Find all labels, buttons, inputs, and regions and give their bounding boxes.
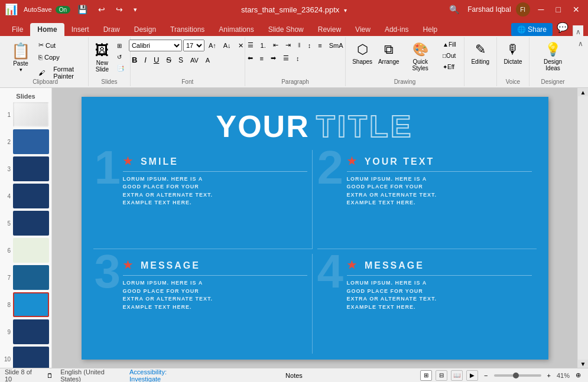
font-color-button[interactable]: A bbox=[203, 55, 213, 66]
slide-thumb-2[interactable]: 2 bbox=[2, 129, 49, 154]
editing-button[interactable]: ✎ Editing bbox=[467, 40, 493, 67]
slide-show-button[interactable]: ▶ bbox=[466, 370, 478, 381]
shadow-button[interactable]: S bbox=[176, 54, 186, 66]
strikethrough-button[interactable]: S bbox=[163, 54, 174, 66]
shape-effects-button[interactable]: ✦Eff bbox=[440, 62, 459, 72]
comments-button[interactable]: 💬 bbox=[553, 19, 573, 36]
align-right-button[interactable]: ➡ bbox=[268, 53, 279, 64]
slide-thumb-4[interactable]: 4 bbox=[2, 184, 49, 208]
paragraph-group-label: Paragraph bbox=[245, 79, 345, 85]
tab-home[interactable]: Home bbox=[30, 23, 64, 36]
arrange-button[interactable]: ⧉ Arrange bbox=[376, 40, 401, 67]
shape-fill-button[interactable]: ▲Fill bbox=[440, 40, 459, 50]
notes-button[interactable]: Notes bbox=[283, 371, 305, 380]
tab-design[interactable]: Design bbox=[127, 23, 163, 36]
align-text-button[interactable]: ≡ bbox=[315, 40, 324, 51]
quick-styles-button[interactable]: 🎨 Quick Styles bbox=[403, 40, 437, 74]
columns-button[interactable]: ⫴ bbox=[295, 40, 304, 51]
tab-draw[interactable]: Draw bbox=[96, 23, 127, 36]
notes-icon-button[interactable]: 🗒 bbox=[44, 371, 56, 380]
minimize-button[interactable]: ─ bbox=[535, 4, 548, 15]
zoom-slider[interactable] bbox=[494, 374, 541, 377]
scroll-down-button[interactable]: ▼ bbox=[578, 360, 588, 368]
clipboard-group-label: Clipboard bbox=[2, 79, 88, 85]
ribbon-collapse-right[interactable]: ∧ bbox=[576, 37, 586, 86]
new-slide-button[interactable]: 🖼 NewSlide bbox=[92, 40, 113, 75]
bullets-button[interactable]: ☰ bbox=[245, 40, 256, 51]
autosave-toggle[interactable]: On bbox=[56, 6, 70, 14]
tab-review[interactable]: Review bbox=[311, 23, 348, 36]
tab-animations[interactable]: Animations bbox=[212, 23, 261, 36]
char-spacing-button[interactable]: AV bbox=[187, 55, 202, 66]
quad-4-body: LORUM IPSUM. HERE IS AGOOD PLACE FOR YOU… bbox=[347, 279, 532, 311]
section-button[interactable]: 📑 bbox=[114, 63, 127, 73]
align-left-button[interactable]: ⬅ bbox=[245, 53, 256, 64]
shapes-button[interactable]: ⬡ Shapes bbox=[350, 40, 374, 67]
slide-thumb-6[interactable]: 6 bbox=[2, 238, 49, 263]
slide-sorter-button[interactable]: ⊟ bbox=[436, 370, 447, 381]
tab-transitions[interactable]: Transitions bbox=[163, 23, 212, 36]
layout-button[interactable]: ⊞ bbox=[114, 41, 127, 51]
undo-button[interactable]: ↩ bbox=[95, 4, 109, 15]
zoom-in-button[interactable]: + bbox=[545, 371, 553, 380]
scroll-up-button[interactable]: ▲ bbox=[578, 88, 588, 96]
quick-access-button[interactable]: ▾ bbox=[130, 5, 141, 15]
scroll-track[interactable] bbox=[578, 96, 588, 360]
reading-view-button[interactable]: 📖 bbox=[451, 370, 463, 381]
paste-dropdown-arrow[interactable]: ▾ bbox=[20, 67, 22, 73]
slide-canvas[interactable]: YOUR TITLE 1 ★ SMILE LORUM IPSUM. HERE I… bbox=[82, 97, 548, 360]
justify-button[interactable]: ☰ bbox=[280, 53, 292, 64]
slide-title-your: YOUR bbox=[216, 109, 309, 143]
paste-button[interactable]: 📋 Paste ▾ bbox=[7, 40, 34, 75]
fit-button[interactable]: ⊕ bbox=[573, 371, 583, 380]
shape-outline-button[interactable]: □Out bbox=[440, 51, 459, 61]
numbering-button[interactable]: 1. bbox=[258, 40, 269, 51]
tab-addins[interactable]: Add-ins bbox=[378, 23, 416, 36]
copy-button[interactable]: ⎘ Copy bbox=[35, 52, 83, 63]
slide-thumb-9[interactable]: 9 bbox=[2, 319, 49, 344]
indent-increase-button[interactable]: ⇥ bbox=[282, 40, 294, 51]
tab-file[interactable]: File bbox=[5, 23, 30, 36]
close-button[interactable]: ✕ bbox=[569, 4, 583, 15]
arrange-icon: ⧉ bbox=[384, 42, 394, 57]
ribbon-group-editing: ✎ Editing bbox=[464, 37, 497, 86]
slide-thumb-7[interactable]: 7 bbox=[2, 265, 49, 290]
title-bar: 📊 AutoSave On 💾 ↩ ↪ ▾ stars_that_smile_2… bbox=[0, 0, 588, 19]
font-size-select[interactable]: 17 bbox=[183, 40, 204, 51]
restore-button[interactable]: □ bbox=[553, 4, 564, 15]
slide-thumb-8[interactable]: 8 bbox=[2, 292, 49, 317]
slide-thumb-5[interactable]: 5 bbox=[2, 211, 49, 236]
line-spacing-button[interactable]: ↕ bbox=[293, 53, 303, 64]
cut-button[interactable]: ✂ Cut bbox=[35, 40, 83, 51]
italic-button[interactable]: I bbox=[141, 54, 150, 66]
font-increase-button[interactable]: A↑ bbox=[206, 40, 219, 51]
dictate-button[interactable]: 🎙 Dictate bbox=[500, 40, 525, 67]
title-dropdown-arrow[interactable]: ▾ bbox=[344, 7, 347, 14]
search-button[interactable]: 🔍 bbox=[446, 4, 463, 15]
font-name-select[interactable]: Calibri bbox=[129, 40, 182, 51]
reset-button[interactable]: ↺ bbox=[114, 52, 127, 62]
tab-insert[interactable]: Insert bbox=[64, 23, 96, 36]
indent-decrease-button[interactable]: ⇤ bbox=[270, 40, 281, 51]
save-button[interactable]: 💾 bbox=[74, 4, 91, 15]
align-center-button[interactable]: ≡ bbox=[257, 53, 267, 64]
slide-thumb-10[interactable]: 10 bbox=[2, 347, 49, 368]
tab-slideshow[interactable]: Slide Show bbox=[261, 23, 311, 36]
bold-button[interactable]: B bbox=[129, 54, 140, 66]
quad-item-3: 3 ★ MESSAGE LORUM IPSUM. HERE IS AGOOD P… bbox=[93, 254, 313, 354]
slide-thumb-1[interactable]: 1 bbox=[2, 102, 49, 127]
normal-view-button[interactable]: ⊞ bbox=[420, 370, 432, 381]
text-direction-button[interactable]: ↕ bbox=[305, 40, 314, 51]
underline-button[interactable]: U bbox=[151, 54, 162, 66]
redo-button[interactable]: ↪ bbox=[112, 4, 126, 15]
design-ideas-button[interactable]: 💡 Design Ideas bbox=[534, 40, 571, 74]
canvas-area: YOUR TITLE 1 ★ SMILE LORUM IPSUM. HERE I… bbox=[52, 88, 577, 368]
slide-thumb-3[interactable]: 3 bbox=[2, 156, 49, 181]
share-button[interactable]: 🌐 Share bbox=[511, 23, 553, 36]
font-decrease-button[interactable]: A↓ bbox=[220, 40, 234, 51]
zoom-out-button[interactable]: − bbox=[482, 371, 490, 380]
tab-view[interactable]: View bbox=[348, 23, 378, 36]
tab-help[interactable]: Help bbox=[416, 23, 445, 36]
smartart-button[interactable]: SmA bbox=[326, 40, 346, 51]
ribbon-collapse-btn[interactable]: ∧ bbox=[573, 25, 583, 36]
